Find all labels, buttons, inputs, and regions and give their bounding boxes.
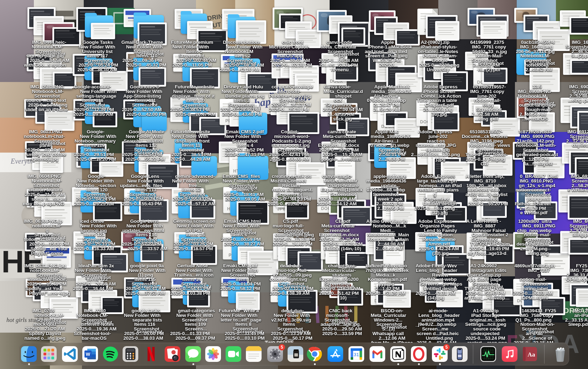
svg-text:Aa: Aa (528, 351, 535, 358)
svg-text:W: W (86, 352, 91, 357)
svg-text:31: 31 (354, 352, 359, 357)
